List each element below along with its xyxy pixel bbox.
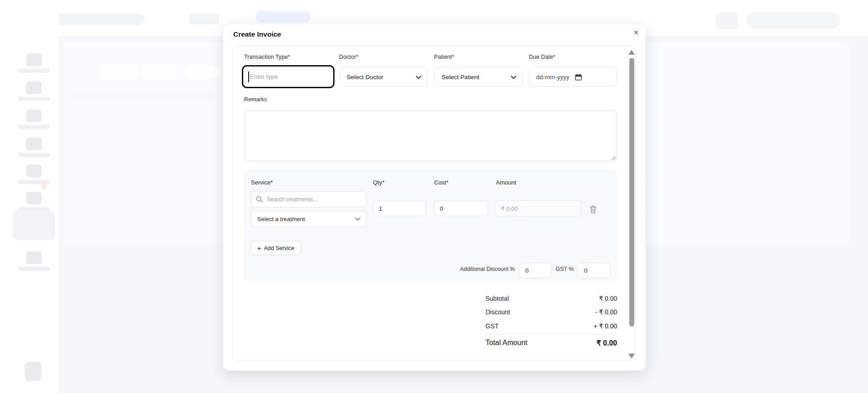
subtotal-row: Subtotal ₹ 0.00 (486, 295, 617, 302)
scroll-up-icon[interactable] (628, 50, 635, 55)
search-icon (256, 196, 263, 203)
total-amount-row: Total Amount ₹ 0.00 (486, 339, 617, 347)
totals-divider (486, 334, 617, 334)
subtotal-label: Subtotal (486, 295, 509, 302)
plus-icon: + (257, 245, 261, 251)
create-invoice-modal: Create Invoice ✕ Transaction Type* Docto… (223, 24, 646, 371)
remarks-label: Remarks (244, 96, 267, 103)
gst-percent-label: GST % (555, 266, 574, 272)
transaction-type-label: Transaction Type* (244, 54, 290, 60)
due-date-value: dd-mm-yyyy (536, 74, 570, 80)
total-amount-value: ₹ 0.00 (596, 339, 617, 347)
chevron-down-icon (355, 218, 360, 221)
trash-icon[interactable] (590, 205, 597, 213)
doctor-select-value: Select Doctor (347, 74, 383, 80)
transaction-type-input[interactable] (242, 65, 335, 88)
additional-discount-label: Additional Discount % (415, 266, 515, 272)
additional-discount-input[interactable] (519, 263, 551, 278)
doctor-label: Doctor* (339, 54, 358, 60)
doctor-select[interactable]: Select Doctor (339, 67, 427, 87)
patient-select[interactable]: Select Patient (434, 67, 522, 87)
qty-input[interactable] (373, 201, 426, 216)
patient-select-value: Select Patient (442, 74, 479, 80)
calendar-icon (575, 74, 582, 80)
modal-title: Create Invoice (233, 30, 281, 38)
gst-row: GST + ₹ 0.00 (486, 322, 617, 330)
amount-column-label: Amount (496, 179, 516, 186)
gst-percent-input[interactable] (577, 263, 610, 278)
total-amount-label: Total Amount (486, 339, 528, 347)
cost-column-label: Cost* (434, 179, 448, 186)
patient-label: Patient* (434, 54, 454, 60)
gst-value: + ₹ 0.00 (594, 322, 617, 330)
subtotal-value: ₹ 0.00 (599, 295, 617, 302)
scroll-down-icon[interactable] (628, 354, 635, 359)
remarks-textarea[interactable] (244, 110, 617, 161)
cost-input[interactable] (434, 201, 488, 216)
due-date-label: Due Date* (529, 54, 556, 60)
add-service-button[interactable]: + Add Service (251, 241, 301, 255)
qty-column-label: Qty* (373, 179, 384, 186)
chevron-down-icon (511, 76, 516, 79)
service-column-label: Service* (251, 179, 273, 186)
treatment-search-wrap (251, 191, 366, 208)
add-service-label: Add Service (264, 245, 294, 251)
treatment-search-input[interactable] (251, 191, 366, 208)
scrollbar-thumb[interactable] (629, 58, 634, 327)
discount-value: - ₹ 0.00 (595, 308, 617, 316)
amount-input[interactable] (495, 200, 581, 217)
discount-row: Discount - ₹ 0.00 (486, 308, 617, 316)
text-cursor (248, 71, 249, 82)
discount-label: Discount (486, 308, 510, 316)
chevron-down-icon (416, 76, 421, 79)
modal-scroll-container: Transaction Type* Doctor* Patient* Due D… (232, 46, 636, 361)
due-date-input[interactable]: dd-mm-yyyy (529, 67, 617, 87)
treatment-select[interactable]: Select a treatment (251, 211, 366, 227)
treatment-select-value: Select a treatment (257, 216, 305, 223)
close-icon[interactable]: ✕ (631, 27, 642, 38)
gst-label: GST (486, 322, 499, 330)
service-section: Service* Qty* Cost* Amount Select a trea… (244, 170, 617, 281)
